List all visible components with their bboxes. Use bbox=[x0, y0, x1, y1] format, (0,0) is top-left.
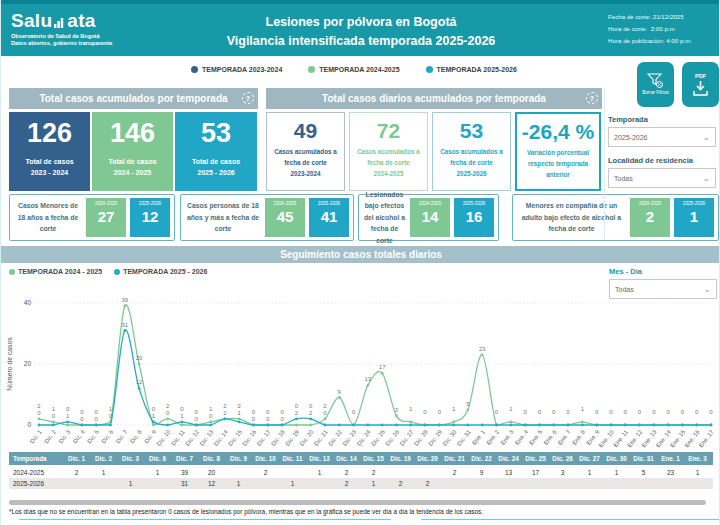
card-acumulado-2025-2026: 53 Casos acumulados a fecha de corte2025… bbox=[432, 112, 511, 191]
temporada-filter-label: Temporada bbox=[608, 115, 648, 124]
badge-2024-2025: 2024-202527 bbox=[86, 198, 126, 237]
table-horizontal-scrollbar[interactable] bbox=[9, 500, 706, 505]
svg-text:Ene. 6: Ene. 6 bbox=[542, 429, 557, 446]
meta-fecha-corte: Fecha de corte: 21/12/2025 bbox=[608, 11, 718, 23]
logo-subtitle-1: Observatorio de Salud de Bogotá bbox=[11, 33, 112, 39]
svg-text:0: 0 bbox=[609, 409, 613, 415]
svg-text:0: 0 bbox=[423, 409, 427, 415]
svg-text:17: 17 bbox=[379, 364, 386, 370]
brand-part2: ata bbox=[67, 10, 95, 32]
pdf-label: PDF bbox=[695, 73, 706, 79]
svg-text:0: 0 bbox=[652, 409, 656, 415]
app-header: Saluata Observatorio de Salud de Bogotá … bbox=[1, 0, 720, 56]
card-acumulado-2024-2025: 72 Casos acumulados a fecha de corte2024… bbox=[349, 112, 428, 191]
svg-text:Dic. 25: Dic. 25 bbox=[370, 429, 386, 447]
svg-text:0: 0 bbox=[666, 409, 670, 415]
svg-text:Dic. 24: Dic. 24 bbox=[356, 428, 372, 447]
page-title: Lesiones por pólvora en Bogotá Vigilanci… bbox=[161, 13, 561, 52]
panel-header-diarios: Total casos diarios acumulados por tempo… bbox=[266, 88, 602, 109]
total-value: 146 bbox=[110, 118, 155, 149]
chart-legend-2024-2025[interactable]: TEMPORADA 2024 - 2025 bbox=[9, 268, 102, 275]
legend-item-2025-2026: TEMPORADA 2025-2026 bbox=[426, 66, 517, 73]
svg-text:0: 0 bbox=[266, 409, 270, 415]
badge-2025-2026: 2025-20261 bbox=[674, 198, 714, 237]
card-total-2023-2024: 126 Total de casos2023 - 2024 bbox=[9, 112, 90, 191]
svg-text:Dic. 22: Dic. 22 bbox=[327, 429, 343, 447]
svg-text:0: 0 bbox=[80, 416, 84, 422]
svg-text:Dic. 26: Dic. 26 bbox=[384, 429, 400, 447]
svg-text:0: 0 bbox=[27, 421, 31, 428]
svg-text:Dic. 4: Dic. 4 bbox=[72, 428, 86, 444]
chart-section-header: Seguimiento casos totales diarios bbox=[1, 246, 720, 263]
season-legend: TEMPORADA 2023-2024 TEMPORADA 2024-2025 … bbox=[191, 66, 517, 73]
svg-text:31: 31 bbox=[121, 322, 128, 328]
svg-text:Dic. 16: Dic. 16 bbox=[241, 429, 257, 447]
badge-2024-2025: 2024-20252 bbox=[630, 198, 670, 237]
svg-text:Dic. 3: Dic. 3 bbox=[58, 429, 72, 444]
chevron-down-icon: ⌄ bbox=[702, 135, 710, 140]
help-icon[interactable]: ? bbox=[586, 92, 598, 104]
card-total-2024-2025: 146 Total de casos2024 - 2025 bbox=[92, 112, 173, 191]
svg-text:Dic. 1: Dic. 1 bbox=[29, 429, 43, 444]
svg-text:1: 1 bbox=[66, 413, 70, 419]
svg-text:2: 2 bbox=[323, 403, 327, 409]
logo-subtitle-2: Datos abiertos, gobierno transparente bbox=[11, 40, 112, 46]
card-menores-18: Casos Menores de 18 años a fecha de cort… bbox=[9, 194, 175, 241]
chart-legend-2025-2026[interactable]: TEMPORADA 2025 - 2026 bbox=[114, 268, 207, 275]
temporada-select[interactable]: 2025-2026 ⌄ bbox=[608, 127, 716, 147]
meta-hora-corte: Hora de corte: 2:00 p.m bbox=[608, 23, 718, 35]
total-value: 53 bbox=[201, 118, 231, 149]
svg-text:Dic. 13: Dic. 13 bbox=[199, 429, 215, 447]
svg-text:0: 0 bbox=[352, 409, 356, 415]
svg-text:2: 2 bbox=[223, 410, 227, 416]
legend-dot-navy-icon bbox=[191, 66, 198, 73]
svg-text:0: 0 bbox=[438, 409, 442, 415]
svg-text:Dic. 31: Dic. 31 bbox=[456, 429, 472, 447]
svg-text:1: 1 bbox=[52, 406, 56, 412]
legend-dot-teal-icon bbox=[426, 66, 433, 73]
svg-text:0: 0 bbox=[52, 413, 56, 419]
localidad-select[interactable]: Todas ⌄ bbox=[608, 168, 716, 188]
total-value: 126 bbox=[27, 118, 72, 149]
svg-text:12: 12 bbox=[136, 379, 143, 385]
svg-text:0: 0 bbox=[266, 416, 270, 422]
bottom-divider bbox=[421, 519, 719, 523]
card-acumulado-2023-2024: 49 Casos acumulados a fecha de corte2023… bbox=[266, 112, 345, 191]
svg-text:Dic. 5: Dic. 5 bbox=[86, 429, 100, 444]
svg-text:Dic. 8: Dic. 8 bbox=[129, 429, 143, 444]
svg-text:Dic. 9: Dic. 9 bbox=[143, 429, 157, 444]
legend-item-2023-2024: TEMPORADA 2023-2024 bbox=[191, 66, 282, 73]
svg-text:39: 39 bbox=[121, 297, 128, 303]
clear-filters-button[interactable]: Borrar Filtros bbox=[637, 62, 674, 107]
chart-legend: TEMPORADA 2024 - 2025 TEMPORADA 2025 - 2… bbox=[9, 268, 207, 275]
svg-text:0: 0 bbox=[280, 416, 284, 422]
svg-text:Dic. 19: Dic. 19 bbox=[284, 429, 300, 447]
legend-item-2024-2025: TEMPORADA 2024-2025 bbox=[308, 66, 399, 73]
svg-text:9: 9 bbox=[338, 389, 342, 395]
salu-data-logo[interactable]: Saluata Observatorio de Salud de Bogotá … bbox=[11, 10, 112, 46]
svg-text:Dic. 11: Dic. 11 bbox=[170, 429, 186, 447]
page-title-line1: Lesiones por pólvora en Bogotá bbox=[161, 13, 561, 32]
svg-text:2: 2 bbox=[166, 403, 170, 409]
badge-2024-2025: 2024-202514 bbox=[410, 198, 450, 237]
card-18-y-mas: Casos personas de 18 años y más a fecha … bbox=[180, 194, 354, 241]
svg-text:Dic. 17: Dic. 17 bbox=[256, 429, 272, 447]
svg-text:0: 0 bbox=[309, 403, 313, 409]
badge-2025-2026: 2025-202612 bbox=[130, 198, 170, 237]
svg-text:Dic. 6: Dic. 6 bbox=[100, 429, 114, 444]
daily-cases-line-chart[interactable]: 02040Número de casosDic. 1Dic. 2Dic. 3Di… bbox=[1, 285, 720, 450]
chevron-down-icon: ⌄ bbox=[702, 176, 710, 181]
svg-text:2: 2 bbox=[37, 403, 41, 409]
legend-dot-teal-icon bbox=[114, 269, 120, 275]
pdf-download-button[interactable]: PDF bbox=[682, 62, 719, 107]
svg-text:0: 0 bbox=[552, 409, 556, 415]
svg-text:2: 2 bbox=[237, 403, 241, 409]
report-meta: Fecha de corte: 21/12/2025 Hora de corte… bbox=[608, 11, 718, 47]
toolbar: Borrar Filtros PDF bbox=[637, 62, 719, 107]
svg-text:Ene. 5: Ene. 5 bbox=[528, 429, 543, 446]
dashboard: Saluata Observatorio de Salud de Bogotá … bbox=[0, 0, 720, 525]
help-icon[interactable]: ? bbox=[242, 92, 254, 104]
svg-text:Dic. 28: Dic. 28 bbox=[413, 429, 429, 447]
mes-dia-filter-label: Mes - Día bbox=[609, 267, 642, 276]
svg-text:Ene. 3: Ene. 3 bbox=[500, 429, 515, 446]
